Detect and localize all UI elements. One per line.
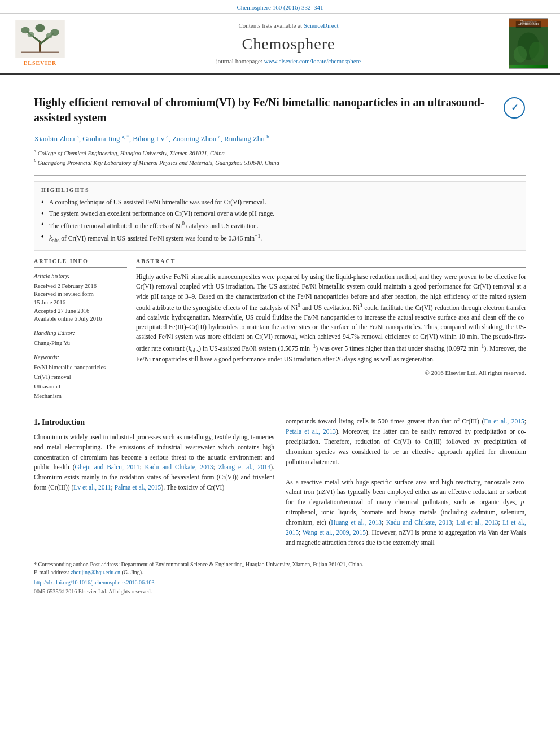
article-info-heading: ARTICLE INFO (34, 257, 127, 268)
svg-text:Chemosphere: Chemosphere (520, 20, 537, 23)
author-sup-a-star: a, * (122, 134, 129, 139)
footnote-section: * Corresponding author. Post address: De… (34, 557, 526, 596)
keywords-list: Fe/Ni bimetallic nanoparticles Cr(VI) re… (34, 363, 127, 401)
journal-citation-bar: Chemosphere 160 (2016) 332–341 (0, 0, 560, 14)
ref-petala[interactable]: Petala et al., 2013 (286, 428, 336, 435)
crossmark-icon: ✓ (504, 97, 525, 119)
divider-1 (34, 175, 526, 176)
journal-cover-image: Chemosphere (509, 18, 548, 69)
svg-point-17 (529, 42, 544, 62)
ref-wang[interactable]: Wang et al., 2009, 2015 (303, 529, 366, 536)
abstract-heading: ABSTRACT (136, 257, 526, 268)
ref-palma[interactable]: Palma et al., 2015 (115, 484, 161, 491)
body-two-col: 1. Introduction Chromium is widely used … (34, 417, 526, 548)
svg-point-16 (514, 46, 527, 63)
email-link[interactable]: zhoujing@hqu.edu.cn (71, 569, 120, 575)
handling-editor-name: Chang-Ping Yu (34, 339, 127, 348)
homepage-url[interactable]: www.elsevier.com/locate/chemosphere (264, 58, 361, 64)
journal-homepage: journal homepage: www.elsevier.com/locat… (216, 57, 361, 65)
elsevier-logo-section: ELSEVIER (9, 18, 71, 69)
affiliation-b: b Guangdong Provincial Key Laboratory of… (34, 158, 526, 167)
science-direct-link[interactable]: ScienceDirect (304, 22, 339, 29)
article-container: ✓ Highly efficient removal of chromium(V… (0, 75, 560, 607)
received-date: Received 2 February 2016 (34, 282, 127, 291)
handling-editor-label: Handling Editor: (34, 329, 127, 338)
ref-fu[interactable]: Fu et al., 2015 (484, 418, 524, 425)
journal-title: Chemosphere (242, 33, 335, 55)
ref-huang[interactable]: Huang et al., 2013 (331, 519, 382, 526)
highlight-item-2: The system owned an excellent performanc… (41, 209, 519, 218)
ref-kadu2[interactable]: Kadu and Chikate, 2013 (386, 519, 452, 526)
ref-gheju[interactable]: Gheju and Balcu, 2011 (75, 464, 140, 470)
abstract-text: Highly active Fe/Ni bimetallic nanocompo… (136, 272, 526, 364)
copyright-line: © 2016 Elsevier Ltd. All rights reserved… (136, 369, 526, 377)
crossmark-badge: ✓ (504, 97, 526, 120)
corresponding-note: * Corresponding author. Post address: De… (34, 561, 526, 569)
article-info-col: ARTICLE INFO Article history: Received 2… (34, 257, 127, 407)
keywords-label: Keywords: (34, 353, 127, 362)
highlight-item-1: A coupling technique of US-assisted Fe/N… (41, 198, 519, 207)
author-sup-a1: a (77, 134, 79, 139)
author-sup-b: b (266, 134, 269, 139)
available-date: Available online 6 July 2016 (34, 315, 127, 324)
author-bihong-lv[interactable]: Bihong Lv (133, 135, 164, 143)
highlight-item-3: The efficient removal attributed to the … (41, 220, 519, 230)
elsevier-logo-image (15, 20, 65, 58)
history-label: Article history: (34, 272, 127, 281)
affiliations: a College of Chemical Engineering, Huaqi… (34, 148, 526, 168)
author-sup-a3: a (218, 134, 221, 139)
author-sup-a2: a (166, 134, 168, 139)
elsevier-label: ELSEVIER (24, 59, 57, 67)
body-col-left: 1. Introduction Chromium is widely used … (34, 417, 274, 548)
elsevier-logo: ELSEVIER (15, 20, 65, 67)
email-line: E-mail address: zhoujing@hqu.edu.cn (G. … (34, 569, 526, 576)
journal-info-center: Contents lists available at ScienceDirec… (77, 18, 500, 69)
svg-point-9 (46, 33, 53, 39)
doi-line[interactable]: http://dx.doi.org/10.1016/j.chemosphere.… (34, 579, 526, 587)
section1-col2-text: compounds toward living cells is 500 tim… (286, 417, 526, 467)
keywords-block: Keywords: Fe/Ni bimetallic nanoparticles… (34, 353, 127, 401)
svg-point-8 (28, 32, 34, 38)
homepage-prefix: journal homepage: (216, 58, 262, 64)
body-col-right: compounds toward living cells is 500 tim… (286, 417, 526, 548)
highlights-list: A coupling technique of US-assisted Fe/N… (41, 198, 519, 244)
issn-line: 0045-6535/© 2016 Elsevier Ltd. All right… (34, 588, 526, 596)
section1-heading: 1. Introduction (34, 417, 274, 428)
highlights-heading: HIGHLIGHTS (41, 186, 519, 194)
ref-kadu[interactable]: Kadu and Chikate, 2013 (145, 464, 213, 470)
svg-point-10 (35, 24, 45, 32)
affil-letter-a: a (34, 148, 36, 154)
author-runliang-zhu[interactable]: Runliang Zhu (224, 135, 265, 143)
handling-editor-block: Handling Editor: Chang-Ping Yu (34, 329, 127, 347)
author-zuoming-zhou[interactable]: Zuoming Zhou (172, 135, 216, 143)
author-xiaobin-zhou[interactable]: Xiaobin Zhou (34, 135, 75, 143)
journal-cover-section: Chemosphere (506, 18, 551, 69)
section1-col1-text: Chromium is widely used in industrial pr… (34, 433, 274, 493)
article-history-block: Article history: Received 2 February 201… (34, 272, 127, 324)
journal-header: ELSEVIER Contents lists available at Sci… (0, 14, 560, 75)
science-direct-line: Contents lists available at ScienceDirec… (238, 21, 338, 30)
affiliation-a: a College of Chemical Engineering, Huaqi… (34, 148, 526, 158)
authors-line: Xiaobin Zhou a, Guohua Jing a, *, Bihong… (34, 133, 526, 145)
revised-date: Received in revised form15 June 2016 (34, 290, 127, 307)
journal-citation: Chemosphere 160 (2016) 332–341 (237, 4, 323, 11)
affil-letter-b: b (34, 158, 36, 163)
ref-zhang[interactable]: Zhang et al., 2013 (218, 464, 271, 470)
ref-lv[interactable]: Lv et al., 2011 (73, 484, 111, 491)
highlight-item-4: kobs of Cr(VI) removal in US-assisted Fe… (41, 232, 519, 244)
ref-lai[interactable]: Lai et al., 2013 (456, 519, 498, 526)
section1-col2-text2: As a reactive metal with huge specific s… (286, 478, 526, 548)
article-info-abstract: ARTICLE INFO Article history: Received 2… (34, 257, 526, 407)
svg-point-6 (21, 27, 30, 34)
article-title: Highly efficient removal of chromium(VI)… (34, 95, 526, 125)
doi-link[interactable]: http://dx.doi.org/10.1016/j.chemosphere.… (34, 579, 154, 586)
body-section: 1. Introduction Chromium is widely used … (34, 417, 526, 548)
contents-list-text: Contents lists available at (238, 22, 302, 29)
highlights-section: HIGHLIGHTS A coupling technique of US-as… (34, 181, 526, 251)
accepted-date: Accepted 27 June 2016 (34, 307, 127, 316)
author-guohua-jing[interactable]: Guohua Jing (82, 135, 120, 143)
abstract-col: ABSTRACT Highly active Fe/Ni bimetallic … (136, 257, 526, 407)
